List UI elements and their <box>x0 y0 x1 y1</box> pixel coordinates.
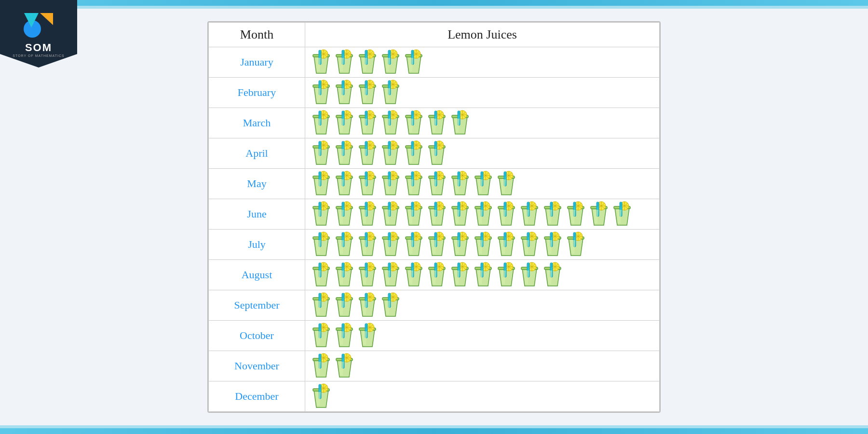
juice-glass-icon <box>333 171 355 197</box>
month-cell: November <box>209 351 305 381</box>
juice-glass-icon <box>356 292 379 318</box>
table-row: July <box>209 230 660 260</box>
juice-glass-icon <box>449 171 471 197</box>
juice-cell <box>305 381 660 412</box>
juice-glass-icon <box>333 110 355 136</box>
juice-glass-icon <box>310 80 332 106</box>
month-cell: April <box>209 138 305 169</box>
juice-glass-icon <box>356 171 379 197</box>
month-cell: December <box>209 381 305 412</box>
juice-glass-icon <box>449 231 471 258</box>
juice-glass-icon <box>310 110 332 136</box>
juice-glass-icon <box>310 323 332 349</box>
month-cell: May <box>209 169 305 199</box>
juice-glass-icon <box>449 262 471 288</box>
table-row: April <box>209 138 660 169</box>
juice-glass-icon <box>403 201 425 227</box>
table-row: February <box>209 78 660 108</box>
juice-glass-icon <box>403 49 425 75</box>
juice-glass-icon <box>356 323 379 349</box>
juice-cell <box>305 169 660 199</box>
logo: SOM STORY OF MATHEMATICS <box>0 0 77 68</box>
juice-glass-icon <box>542 231 564 258</box>
juice-glass-icon <box>333 353 355 379</box>
juice-glass-icon <box>380 292 402 318</box>
juice-glass-icon <box>495 262 517 288</box>
col-header-juices: Lemon Juices <box>305 23 660 47</box>
juice-glass-icon <box>310 171 332 197</box>
juice-glass-icon <box>449 201 471 227</box>
table-row: May <box>209 169 660 199</box>
logo-subtitle: STORY OF MATHEMATICS <box>13 54 64 57</box>
table-row: June <box>209 199 660 230</box>
table-row: August <box>209 260 660 290</box>
juice-cell <box>305 321 660 351</box>
logo-initials: SOM <box>25 41 52 54</box>
juice-glass-icon <box>565 231 587 258</box>
table-row: March <box>209 108 660 138</box>
juice-glass-icon <box>449 110 471 136</box>
juice-glass-icon <box>611 201 633 227</box>
month-cell: June <box>209 199 305 230</box>
month-cell: October <box>209 321 305 351</box>
month-cell: September <box>209 290 305 321</box>
pictograph-table: Month Lemon Juices January <box>207 21 661 413</box>
juice-glass-icon <box>426 110 448 136</box>
juice-glass-icon <box>403 171 425 197</box>
juice-glass-icon <box>472 201 494 227</box>
juice-glass-icon <box>333 49 355 75</box>
juice-glass-icon <box>380 262 402 288</box>
juice-glass-icon <box>542 262 564 288</box>
juice-glass-icon <box>356 231 379 258</box>
juice-glass-icon <box>472 171 494 197</box>
bottom-stripe <box>0 428 868 434</box>
juice-glass-icon <box>310 201 332 227</box>
juice-glass-icon <box>356 49 379 75</box>
table-row: December <box>209 381 660 412</box>
table-row: October <box>209 321 660 351</box>
juice-cell <box>305 47 660 78</box>
juice-glass-icon <box>565 201 587 227</box>
juice-glass-icon <box>495 201 517 227</box>
juice-cell <box>305 260 660 290</box>
bottom-stripe-2 <box>0 425 868 428</box>
juice-glass-icon <box>588 201 610 227</box>
juice-glass-icon <box>380 171 402 197</box>
juice-glass-icon <box>426 171 448 197</box>
juice-glass-icon <box>380 231 402 258</box>
juice-glass-icon <box>426 231 448 258</box>
juice-glass-icon <box>333 80 355 106</box>
main-content: Month Lemon Juices January <box>0 14 868 420</box>
juice-glass-icon <box>403 262 425 288</box>
juice-cell <box>305 230 660 260</box>
juice-glass-icon <box>403 110 425 136</box>
juice-glass-icon <box>542 201 564 227</box>
juice-glass-icon <box>426 262 448 288</box>
juice-glass-icon <box>356 201 379 227</box>
juice-glass-icon <box>333 292 355 318</box>
month-cell: January <box>209 47 305 78</box>
table-row: January <box>209 47 660 78</box>
juice-glass-icon <box>356 110 379 136</box>
juice-glass-icon <box>380 140 402 166</box>
juice-glass-icon <box>333 323 355 349</box>
col-header-month: Month <box>209 23 305 47</box>
juice-glass-icon <box>310 292 332 318</box>
juice-glass-icon <box>356 140 379 166</box>
juice-cell <box>305 351 660 381</box>
juice-glass-icon <box>356 262 379 288</box>
month-cell: July <box>209 230 305 260</box>
juice-cell <box>305 199 660 230</box>
juice-cell <box>305 290 660 321</box>
juice-glass-icon <box>426 201 448 227</box>
juice-glass-icon <box>426 140 448 166</box>
juice-cell <box>305 108 660 138</box>
table-row: November <box>209 351 660 381</box>
juice-cell <box>305 78 660 108</box>
juice-glass-icon <box>310 383 332 409</box>
juice-glass-icon <box>518 231 541 258</box>
juice-glass-icon <box>403 140 425 166</box>
data-table: Month Lemon Juices January <box>208 22 660 412</box>
juice-glass-icon <box>333 201 355 227</box>
table-row: September <box>209 290 660 321</box>
